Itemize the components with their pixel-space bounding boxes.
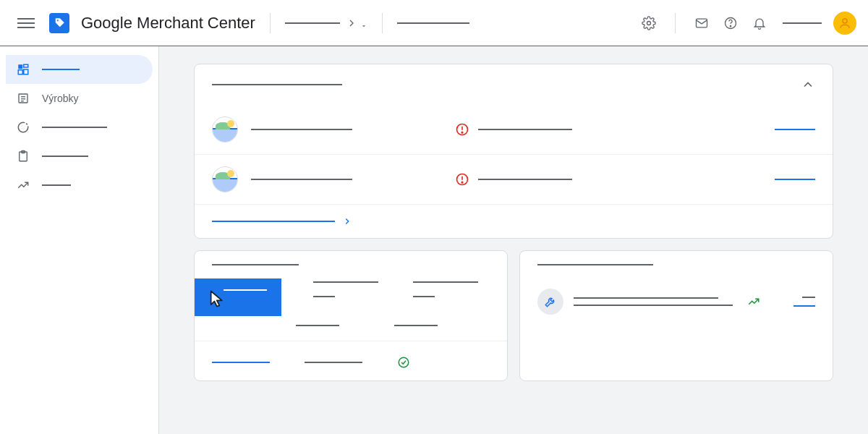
help-icon (723, 16, 738, 30)
error-icon (455, 172, 469, 187)
view-all-link[interactable] (212, 221, 335, 222)
alert-row (195, 105, 833, 155)
tag-icon (53, 17, 66, 30)
stat-column (313, 281, 378, 316)
tip-line-2 (574, 305, 733, 306)
chevron-up-icon[interactable] (801, 77, 815, 92)
alert-message (478, 129, 572, 130)
stat-secondary (296, 325, 339, 326)
mail-button[interactable] (693, 14, 710, 32)
card-header (195, 64, 833, 105)
stat-value (313, 296, 335, 297)
svg-point-1 (647, 21, 651, 25)
sidebar-item-performance[interactable] (6, 113, 153, 142)
progress-icon (16, 120, 30, 135)
sidebar-item-label (42, 69, 80, 70)
alert-message (478, 179, 572, 180)
search-placeholder[interactable] (397, 22, 469, 24)
person-icon (838, 17, 851, 30)
clipboard-icon (16, 149, 30, 163)
card-title (212, 264, 299, 265)
card-title (212, 84, 342, 85)
svg-rect-9 (18, 70, 22, 75)
app-title: Google Merchant Center (81, 14, 255, 33)
gear-icon (642, 16, 656, 30)
user-name-placeholder (783, 22, 822, 24)
svg-point-4 (730, 25, 731, 26)
svg-point-5 (843, 19, 847, 23)
stat-column (413, 281, 478, 316)
sidebar-item-growth[interactable] (6, 171, 153, 200)
bell-icon (752, 16, 767, 30)
notifications-button[interactable] (751, 14, 768, 32)
chevron-right-icon (346, 17, 357, 29)
error-icon (455, 122, 469, 137)
svg-rect-8 (24, 69, 28, 75)
sidebar: Výrobky (0, 46, 159, 434)
svg-rect-2 (697, 19, 707, 27)
products-link[interactable] (212, 362, 270, 363)
sidebar-item-marketing[interactable] (6, 142, 153, 171)
app-header: Google Merchant Center (0, 0, 868, 46)
tips-card (519, 250, 833, 381)
product-highlight-tile[interactable] (195, 278, 281, 316)
card-footer (195, 205, 833, 238)
svg-point-0 (57, 20, 59, 21)
app-logo (49, 13, 69, 33)
check-circle-icon (397, 356, 410, 369)
alert-row (195, 155, 833, 205)
svg-point-18 (461, 132, 463, 133)
settings-button[interactable] (640, 14, 658, 32)
divider (382, 13, 383, 33)
highlight-label (224, 289, 267, 291)
list-icon (16, 91, 30, 106)
account-switcher[interactable] (285, 17, 367, 30)
wrench-icon (537, 289, 563, 315)
tip-action-link[interactable] (793, 305, 815, 307)
sidebar-item-products[interactable]: Výrobky (6, 84, 153, 113)
caret-down-icon (360, 22, 367, 30)
alert-action-link[interactable] (775, 179, 815, 180)
trending-up-icon (747, 295, 760, 308)
cursor-icon (208, 289, 228, 309)
dashboard-icon (16, 62, 30, 77)
alert-product-name (251, 129, 352, 130)
card-header (520, 251, 833, 278)
stat-label (413, 281, 478, 283)
divider (675, 13, 676, 33)
account-name-placeholder (285, 22, 340, 24)
tip-line-1 (574, 297, 718, 299)
menu-button[interactable] (12, 9, 41, 38)
overview-card (194, 64, 833, 239)
main-content (159, 46, 868, 434)
tip-row (537, 278, 815, 325)
sidebar-item-label (42, 127, 107, 128)
product-thumbnail (212, 116, 238, 142)
chevron-right-icon (342, 216, 352, 226)
alert-product-name (251, 179, 352, 180)
stat-value (413, 296, 435, 297)
products-card (194, 250, 508, 381)
sidebar-item-label (42, 156, 88, 157)
svg-rect-6 (18, 64, 22, 69)
divider (270, 13, 271, 33)
help-button[interactable] (722, 14, 739, 32)
stat-secondary (394, 325, 438, 326)
stat-label (313, 281, 378, 283)
sidebar-item-overview[interactable] (6, 55, 153, 84)
tip-meta (802, 297, 815, 298)
alert-action-link[interactable] (775, 129, 815, 130)
svg-point-22 (399, 357, 409, 367)
user-avatar[interactable] (833, 12, 856, 35)
card-header (195, 251, 507, 278)
trending-icon (16, 178, 30, 192)
status-label (305, 362, 362, 363)
svg-rect-7 (24, 64, 28, 67)
card-title (537, 264, 653, 265)
product-thumbnail (212, 166, 238, 192)
mail-icon (694, 16, 709, 30)
svg-point-21 (461, 182, 463, 183)
sidebar-item-label (42, 184, 71, 186)
sidebar-item-label: Výrobky (42, 93, 79, 104)
